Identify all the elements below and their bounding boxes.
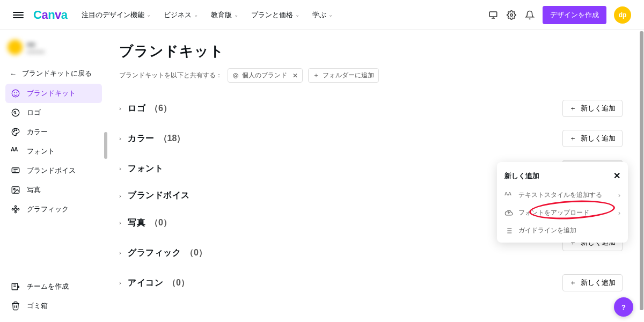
nav-pricing[interactable]: プランと価格⌄ — [251, 10, 299, 20]
section-count: （0） — [185, 247, 207, 259]
account-block[interactable]: ●●●●●●● — [5, 36, 102, 58]
section-title: アイコン — [128, 277, 163, 289]
chevron-right-icon[interactable]: › — [119, 250, 123, 256]
svg-point-5 — [14, 92, 15, 93]
add-color-button[interactable]: ＋新しく追加 — [562, 130, 623, 147]
back-to-brandkits[interactable]: ← ブランドキットに戻る — [5, 63, 102, 84]
popover-upload-font[interactable]: フォントをアップロード › — [497, 204, 628, 222]
sidebar-item-brandkit[interactable]: ブランドキット — [5, 84, 102, 103]
popover-add-guideline[interactable]: ガイドラインを追加 — [497, 222, 628, 239]
chevron-down-icon: ⌄ — [194, 12, 198, 18]
chip-remove-icon[interactable]: ✕ — [292, 72, 298, 79]
close-icon[interactable]: ✕ — [613, 171, 620, 181]
logo-icon — [11, 108, 20, 118]
nav-business[interactable]: ビジネス⌄ — [164, 10, 198, 20]
nav-education[interactable]: 教育版⌄ — [211, 10, 238, 20]
svg-point-9 — [14, 130, 16, 131]
chevron-right-icon[interactable]: › — [119, 165, 123, 172]
display-icon[interactable] — [488, 10, 499, 20]
page-scrollbar[interactable] — [640, 31, 643, 310]
create-design-button[interactable]: デザインを作成 — [543, 6, 606, 24]
avatar[interactable]: dp — [614, 6, 631, 24]
chevron-right-icon[interactable]: › — [119, 105, 123, 112]
chevron-down-icon: ⌄ — [328, 12, 333, 18]
top-nav: 注目のデザイン機能⌄ ビジネス⌄ 教育版⌄ プランと価格⌄ 学ぶ⌄ — [82, 10, 488, 20]
bell-icon[interactable] — [524, 10, 535, 20]
section-count: （0） — [167, 277, 189, 289]
upload-cloud-icon — [504, 209, 513, 217]
sidebar-item-voice[interactable]: ブランドボイス — [5, 161, 102, 180]
font-icon: AA — [11, 147, 20, 156]
graphic-icon — [11, 204, 20, 214]
sidebar-item-logo[interactable]: ロゴ — [5, 103, 102, 122]
top-bar: Canva 注目のデザイン機能⌄ ビジネス⌄ 教育版⌄ プランと価格⌄ 学ぶ⌄ … — [0, 0, 644, 30]
add-folder-button[interactable]: ＋ フォルダーに追加 — [308, 68, 379, 83]
add-new-popover: 新しく追加 ✕ AA テキストスタイルを追加する › フォントをアップロード ›… — [497, 162, 628, 243]
gear-icon[interactable] — [506, 10, 517, 20]
nav-featured[interactable]: 注目のデザイン機能⌄ — [82, 10, 151, 20]
chevron-right-icon: › — [618, 192, 620, 199]
svg-point-10 — [16, 130, 17, 131]
chevron-down-icon: ⌄ — [147, 12, 151, 18]
svg-point-26 — [233, 73, 238, 78]
section-color: › カラー （18） ＋新しく追加 — [119, 123, 623, 153]
section-logo: › ロゴ （6） ＋新しく追加 — [119, 93, 623, 123]
trash-icon — [11, 301, 20, 311]
sidebar-create-team[interactable]: チームを作成 — [5, 277, 102, 296]
team-icon — [11, 282, 20, 291]
top-right: デザインを作成 dp — [488, 6, 631, 24]
target-icon — [232, 72, 239, 79]
chevron-right-icon[interactable]: › — [119, 219, 123, 226]
sidebar-item-photo[interactable]: 写真 — [5, 180, 102, 200]
chevron-right-icon[interactable]: › — [119, 135, 123, 142]
font-icon: AA — [504, 191, 513, 200]
brandkit-icon — [11, 89, 20, 98]
voice-icon — [11, 166, 20, 175]
help-fab[interactable]: ? — [614, 297, 633, 317]
svg-point-4 — [12, 90, 19, 97]
section-count: （18） — [159, 133, 186, 144]
account-avatar — [8, 40, 23, 55]
svg-rect-14 — [12, 187, 19, 193]
svg-point-16 — [14, 208, 17, 211]
main: ブランドキット ブランドキットを以下と共有する： 個人のブランド ✕ ＋ フォル… — [107, 30, 644, 322]
svg-point-6 — [16, 92, 17, 93]
add-logo-button[interactable]: ＋新しく追加 — [562, 100, 623, 117]
sidebar-item-graphic[interactable]: グラフィック — [5, 200, 102, 219]
section-title: ロゴ — [128, 103, 145, 114]
list-icon — [504, 226, 513, 235]
share-chip-personal[interactable]: 個人のブランド ✕ — [228, 68, 303, 83]
section-title: カラー — [128, 133, 155, 144]
section-title: ブランドボイス — [128, 190, 190, 201]
chevron-right-icon[interactable]: › — [119, 280, 123, 286]
chevron-down-icon: ⌄ — [234, 12, 238, 18]
page-title: ブランドキット — [119, 42, 623, 61]
logo[interactable]: Canva — [33, 8, 68, 22]
section-count: （6） — [150, 103, 172, 114]
section-icon: › アイコン （0） ＋新しく追加 — [119, 268, 623, 298]
popover-add-textstyle[interactable]: AA テキストスタイルを追加する › — [497, 186, 628, 204]
svg-point-19 — [12, 209, 13, 210]
palette-icon — [11, 127, 20, 137]
svg-rect-11 — [12, 168, 19, 173]
plus-icon: ＋ — [313, 71, 319, 80]
sidebar-item-color[interactable]: カラー — [5, 122, 102, 142]
svg-rect-0 — [489, 12, 497, 17]
nav-learn[interactable]: 学ぶ⌄ — [312, 10, 333, 20]
photo-icon — [11, 185, 20, 195]
menu-icon[interactable] — [13, 10, 24, 20]
plus-icon: ＋ — [569, 104, 576, 113]
svg-point-20 — [18, 209, 19, 210]
sidebar-item-font[interactable]: AA フォント — [5, 142, 102, 161]
svg-point-3 — [510, 13, 513, 16]
svg-point-8 — [13, 131, 14, 133]
popover-title: 新しく追加 — [504, 171, 539, 181]
sidebar-trash[interactable]: ゴミ箱 — [5, 296, 102, 316]
section-count: （0） — [150, 217, 172, 229]
chevron-right-icon[interactable]: › — [119, 193, 123, 199]
arrow-left-icon: ← — [10, 70, 17, 78]
plus-icon: ＋ — [569, 134, 576, 143]
sidebar: ●●●●●●● ← ブランドキットに戻る ブランドキット ロゴ カラー AA フ… — [0, 30, 107, 322]
section-title: フォント — [128, 163, 163, 174]
add-icon-button[interactable]: ＋新しく追加 — [562, 274, 623, 291]
